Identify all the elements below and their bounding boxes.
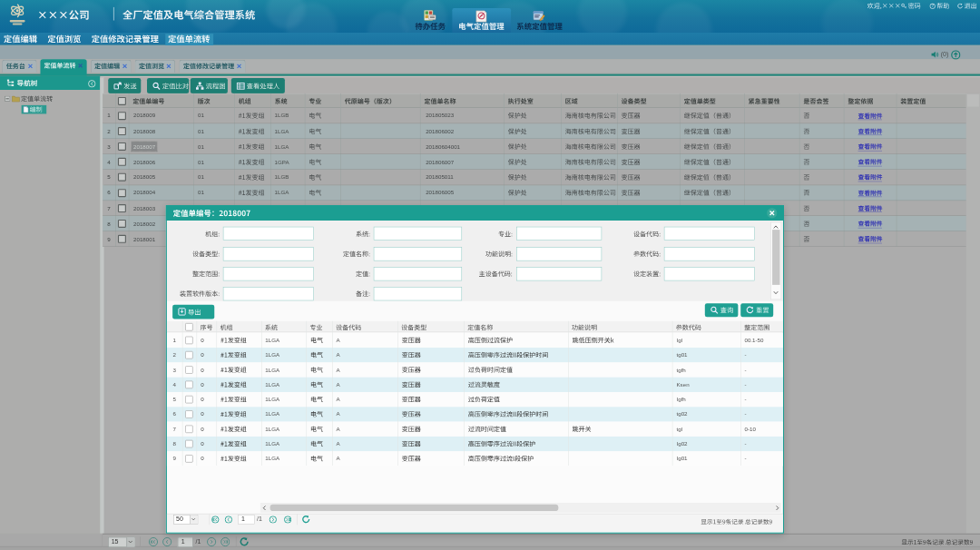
svg-text:?: ? (931, 4, 934, 8)
